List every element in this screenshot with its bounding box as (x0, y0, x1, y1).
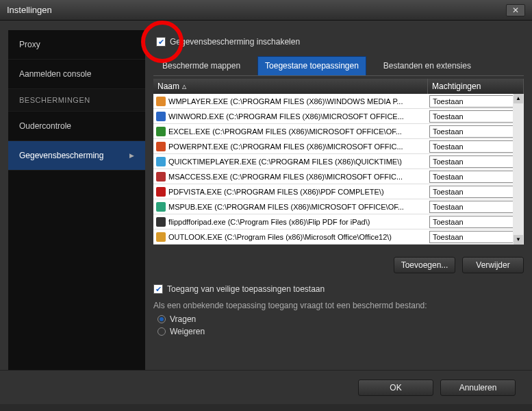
cell-permission: Toestaan▼ (428, 186, 524, 198)
sidebar-item-data-protection[interactable]: Gegevensbescherming ▶ (8, 141, 145, 171)
cell-permission: Toestaan▼ (428, 171, 524, 183)
permission-select[interactable]: Toestaan▼ (429, 125, 522, 138)
sort-asc-icon: △ (182, 84, 186, 90)
table-row[interactable]: PDFVISTA.EXE (C:\PROGRAM FILES (X86)\PDF… (153, 184, 524, 199)
cell-name: PDFVISTA.EXE (C:\PROGRAM FILES (X86)\PDF… (153, 187, 428, 197)
app-icon (156, 232, 166, 242)
tabs: Beschermde mappen Toegestane toepassinge… (153, 56, 524, 76)
app-icon (156, 202, 166, 212)
scroll-down-icon[interactable]: ▼ (514, 235, 523, 245)
window-title: Instellingen (7, 5, 52, 15)
sidebar-item-parental[interactable]: Oudercontrole (8, 112, 145, 141)
tab-files-extensions[interactable]: Bestanden en extensies (376, 56, 479, 75)
cell-permission: Toestaan▼ (428, 155, 524, 168)
unknown-app-help-text: Als een onbekende toepassing toegang vra… (153, 301, 524, 310)
main-panel: Gegevensbescherming inschakelen Bescherm… (153, 30, 524, 370)
cell-name: MSPUB.EXE (C:\PROGRAM FILES (X86)\MICROS… (153, 202, 428, 212)
app-icon (156, 157, 166, 166)
tab-protected-folders[interactable]: Beschermde mappen (155, 56, 248, 75)
table-row[interactable]: EXCEL.EXE (C:\PROGRAM FILES (X86)\MICROS… (153, 124, 524, 139)
cell-permission: Toestaan▼ (428, 216, 524, 228)
permission-value: Toestaan (433, 127, 464, 136)
cancel-button[interactable]: Annuleren (440, 379, 516, 396)
cell-name: WINWORD.EXE (C:\PROGRAM FILES (X86)\MICR… (153, 112, 428, 121)
table-row[interactable]: OUTLOOK.EXE (C:\Program Files (x86)\Micr… (153, 229, 524, 245)
scrollbar[interactable]: ▲ ▼ (513, 94, 524, 245)
app-icon (156, 127, 166, 136)
app-name: WINWORD.EXE (C:\PROGRAM FILES (X86)\MICR… (168, 112, 404, 121)
scroll-up-icon[interactable]: ▲ (514, 94, 523, 103)
app-icon (156, 112, 166, 121)
permission-select[interactable]: Toestaan▼ (429, 140, 522, 153)
app-icon (156, 187, 166, 197)
permission-value: Toestaan (433, 173, 464, 181)
app-name: flippdfforipad.exe (C:\Program Files (x8… (168, 218, 370, 226)
chevron-right-icon: ▶ (129, 152, 134, 159)
permission-select[interactable]: Toestaan▼ (429, 171, 522, 183)
table-row[interactable]: MSACCESS.EXE (C:\PROGRAM FILES (X86)\MIC… (153, 169, 524, 184)
app-icon (156, 172, 166, 182)
cell-permission: Toestaan▼ (428, 125, 524, 138)
app-name: POWERPNT.EXE (C:\PROGRAM FILES (X86)\MIC… (168, 142, 403, 151)
permission-value: Toestaan (433, 233, 464, 241)
remove-button[interactable]: Verwijder (462, 257, 524, 273)
allow-safe-apps-label: Toegang van veilige toepassingen toestaa… (167, 284, 325, 294)
app-name: QUICKTIMEPLAYER.EXE (C:\PROGRAM FILES (X… (168, 158, 402, 166)
sidebar-item-label: Oudercontrole (19, 121, 71, 131)
sidebar-item-console[interactable]: Aanmelden console (8, 60, 145, 89)
cell-permission: Toestaan▼ (428, 231, 524, 243)
sidebar-item-proxy[interactable]: Proxy (8, 30, 145, 60)
permission-select[interactable]: Toestaan▼ (429, 186, 522, 198)
table-row[interactable]: MSPUB.EXE (C:\PROGRAM FILES (X86)\MICROS… (153, 199, 524, 214)
add-button[interactable]: Toevoegen... (394, 257, 455, 273)
permission-select[interactable]: Toestaan▼ (429, 216, 522, 228)
apps-table: Naam △ Machtigingen WMPLAYER.EXE (C:\PRO… (153, 79, 524, 245)
permission-select[interactable]: Toestaan▼ (429, 110, 522, 123)
sidebar-item-label: Gegevensbescherming (19, 151, 103, 160)
cell-name: WMPLAYER.EXE (C:\PROGRAM FILES (X86)\WIN… (153, 97, 428, 106)
cell-permission: Toestaan▼ (428, 95, 524, 108)
permission-value: Toestaan (433, 97, 464, 105)
enable-data-protection-checkbox[interactable] (156, 37, 166, 47)
permission-select[interactable]: Toestaan▼ (429, 231, 522, 243)
cell-name: MSACCESS.EXE (C:\PROGRAM FILES (X86)\MIC… (153, 172, 428, 182)
cell-name: OUTLOOK.EXE (C:\Program Files (x86)\Micr… (153, 232, 428, 242)
tab-allowed-apps[interactable]: Toegestane toepassingen (257, 56, 366, 75)
permission-value: Toestaan (433, 158, 464, 166)
permission-select[interactable]: Toestaan▼ (429, 95, 522, 108)
table-row[interactable]: QUICKTIMEPLAYER.EXE (C:\PROGRAM FILES (X… (153, 154, 524, 169)
permission-value: Toestaan (433, 203, 464, 211)
cell-permission: Toestaan▼ (428, 140, 524, 153)
permission-select[interactable]: Toestaan▼ (429, 155, 522, 168)
allow-safe-apps-checkbox[interactable] (153, 284, 163, 294)
radio-ask[interactable] (157, 315, 166, 323)
permission-select[interactable]: Toestaan▼ (429, 201, 522, 213)
app-name: EXCEL.EXE (C:\PROGRAM FILES (X86)\MICROS… (168, 127, 402, 136)
table-row[interactable]: POWERPNT.EXE (C:\PROGRAM FILES (X86)\MIC… (153, 139, 524, 154)
app-icon (156, 142, 166, 151)
sidebar-group-protections: BESCHERMINGEN (8, 89, 145, 112)
ok-button[interactable]: OK (358, 379, 433, 396)
radio-ask-label: Vragen (170, 314, 196, 324)
column-header-label: Naam (157, 82, 179, 91)
radio-deny[interactable] (157, 327, 166, 336)
app-name: OUTLOOK.EXE (C:\Program Files (x86)\Micr… (168, 233, 392, 241)
permission-value: Toestaan (433, 112, 464, 121)
sidebar-item-label: Aanmelden console (19, 69, 91, 79)
enable-data-protection-label: Gegevensbescherming inschakelen (170, 37, 300, 47)
app-name: MSACCESS.EXE (C:\PROGRAM FILES (X86)\MIC… (168, 173, 403, 181)
column-header-permissions[interactable]: Machtigingen (428, 79, 524, 94)
cell-permission: Toestaan▼ (428, 110, 524, 123)
permission-value: Toestaan (433, 218, 464, 226)
app-name: WMPLAYER.EXE (C:\PROGRAM FILES (X86)\WIN… (168, 97, 403, 105)
table-row[interactable]: flippdfforipad.exe (C:\Program Files (x8… (153, 214, 524, 229)
cell-name: flippdfforipad.exe (C:\Program Files (x8… (153, 217, 428, 227)
table-row[interactable]: WINWORD.EXE (C:\PROGRAM FILES (X86)\MICR… (153, 109, 524, 124)
column-header-name[interactable]: Naam △ (153, 79, 428, 94)
radio-deny-label: Weigeren (170, 327, 205, 336)
cell-name: POWERPNT.EXE (C:\PROGRAM FILES (X86)\MIC… (153, 142, 428, 151)
permission-value: Toestaan (433, 142, 464, 151)
close-button[interactable]: ✕ (506, 4, 525, 16)
table-row[interactable]: WMPLAYER.EXE (C:\PROGRAM FILES (X86)\WIN… (153, 94, 524, 109)
app-name: MSPUB.EXE (C:\PROGRAM FILES (X86)\MICROS… (168, 203, 404, 211)
